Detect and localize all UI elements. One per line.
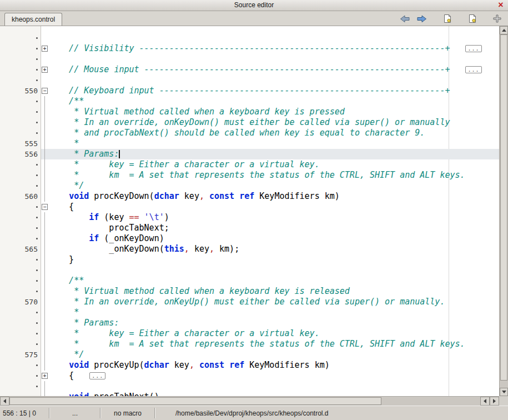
scroll-left-button[interactable] [0, 397, 9, 406]
code-line[interactable]: */ [0, 181, 499, 191]
code-line[interactable]: * Virtual method called when a keyboard … [0, 107, 499, 117]
vertical-scroll-thumb[interactable] [500, 34, 507, 381]
code-line[interactable]: 575 */ [0, 349, 499, 360]
code-line[interactable] [0, 75, 499, 86]
code-line[interactable]: 570 * In an override, onKeyUp() must eit… [0, 297, 499, 307]
code-line[interactable]: /** [0, 96, 499, 107]
line-dot [0, 33, 41, 43]
fold-line [44, 360, 45, 371]
horizontal-scroll-thumb[interactable] [9, 397, 381, 405]
go-forward-button[interactable] [416, 13, 427, 24]
fold-line [44, 276, 45, 286]
line-dot [0, 54, 41, 64]
line-dot [0, 223, 41, 233]
code-line[interactable]: 556 * Params: [0, 149, 499, 159]
line-number: 550 [0, 86, 41, 96]
line-dot-icon [36, 259, 38, 261]
code-line[interactable]: + // Mouse input -----------------------… [0, 64, 499, 75]
caret-position-panel: 556 : 15 | 0 [0, 406, 49, 420]
code-line[interactable]: procTabNext; [0, 223, 499, 233]
document-button-2[interactable] [466, 13, 477, 24]
code-line[interactable]: if (key == '\t') [0, 212, 499, 223]
code-line[interactable]: * km = A set that represents the status … [0, 339, 499, 349]
scroll-down-button[interactable] [500, 388, 508, 396]
code-line[interactable]: + {... [0, 371, 499, 381]
code-line[interactable]: * Virtual method called when a keyboard … [0, 286, 499, 297]
document-button-1[interactable] [441, 13, 452, 24]
go-back-button[interactable] [399, 13, 410, 24]
fold-gutter [41, 96, 49, 107]
code-text [49, 265, 499, 276]
fold-toggle[interactable]: + [41, 64, 49, 75]
tab-bar: kheops.control [0, 11, 508, 26]
code-line[interactable] [0, 54, 499, 64]
close-icon[interactable]: × [496, 0, 506, 10]
scroll-up-button[interactable] [500, 26, 508, 34]
code-line[interactable]: void procTabNext() [0, 392, 499, 396]
code-line[interactable]: 565 _onKeyDown(this, key, km); [0, 244, 499, 254]
code-text: // Mouse input -------------------------… [49, 64, 499, 75]
left-arrow-icon [3, 399, 6, 403]
line-dot-icon [36, 217, 38, 218]
code-line[interactable]: + // Visibility ------------------------… [0, 43, 499, 54]
vertical-scrollbar[interactable] [499, 26, 508, 396]
document-page-icon [443, 14, 451, 23]
horizontal-scrollbar[interactable] [0, 396, 499, 406]
code-line[interactable]: * [0, 307, 499, 318]
fold-collapse-icon[interactable]: − [42, 88, 48, 94]
fold-ellipsis[interactable]: ... [465, 45, 481, 52]
fold-expand-icon[interactable]: + [42, 373, 48, 379]
split-move-button[interactable] [491, 13, 502, 24]
titlebar[interactable]: Source editor × [0, 0, 508, 11]
code-line[interactable]: * key = Either a character or a virtual … [0, 328, 499, 339]
code-line[interactable]: /** [0, 276, 499, 286]
fold-line [44, 381, 45, 392]
code-line[interactable]: if (_onKeyDown) [0, 233, 499, 244]
code-text: /** [49, 96, 499, 107]
code-line[interactable]: * and procTabNext() should be called whe… [0, 128, 499, 138]
code-line[interactable]: 560 void procKeyDown(dchar key, const re… [0, 191, 499, 202]
fold-ellipsis[interactable]: ... [89, 372, 105, 379]
status-panel-2: ... [50, 406, 100, 420]
fold-line [44, 128, 45, 138]
fold-gutter [41, 244, 49, 254]
code-editor[interactable]: + // Visibility ------------------------… [0, 26, 499, 396]
code-line[interactable]: } [0, 254, 499, 265]
fold-line [44, 233, 45, 244]
line-dot-icon [36, 206, 38, 208]
line-dot [0, 75, 41, 86]
scroll-right-button[interactable] [490, 397, 499, 406]
code-text: void procKeyUp(dchar key, const ref KeyM… [49, 360, 499, 371]
code-line[interactable] [0, 381, 499, 392]
line-dot [0, 181, 41, 191]
code-line[interactable] [0, 265, 499, 276]
code-line[interactable]: − { [0, 202, 499, 212]
scroll-left-button-right-end[interactable] [480, 397, 490, 406]
status-bar: 556 : 15 | 0 ... no macro /home/basile/D… [0, 406, 508, 420]
code-text: void procTabNext() [49, 392, 499, 396]
code-text: * [49, 138, 499, 149]
fold-gutter [41, 159, 49, 170]
code-line[interactable]: * key = Either a character or a virtual … [0, 159, 499, 170]
fold-toggle[interactable]: − [41, 86, 49, 96]
line-dot-icon [36, 174, 38, 176]
fold-collapse-icon[interactable]: − [42, 204, 48, 210]
fold-gutter [41, 349, 49, 360]
fold-ellipsis[interactable]: ... [465, 66, 481, 73]
fold-expand-icon[interactable]: + [42, 46, 48, 52]
code-line[interactable] [0, 33, 499, 43]
code-line[interactable]: * km = A set that represents the status … [0, 170, 499, 181]
code-line[interactable]: * In an override, onKeyDown() must eithe… [0, 117, 499, 128]
fold-toggle[interactable]: + [41, 43, 49, 54]
fold-line [44, 170, 45, 181]
code-line[interactable]: * Params: [0, 318, 499, 328]
line-dot [0, 202, 41, 212]
tab-kheops-control[interactable]: kheops.control [4, 13, 62, 26]
code-line[interactable]: 555 * [0, 138, 499, 149]
code-line[interactable]: void procKeyUp(dchar key, const ref KeyM… [0, 360, 499, 371]
code-line[interactable]: 550− // Keyboard input -----------------… [0, 86, 499, 96]
code-area[interactable]: + // Visibility ------------------------… [0, 26, 499, 396]
fold-toggle[interactable]: − [41, 202, 49, 212]
fold-expand-icon[interactable]: + [42, 67, 48, 73]
fold-toggle[interactable]: + [41, 371, 49, 381]
